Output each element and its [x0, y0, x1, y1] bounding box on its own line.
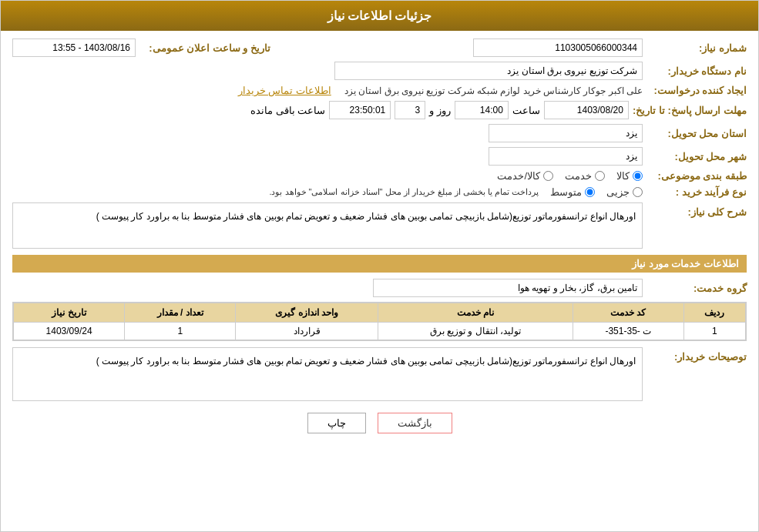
purchase-type-radio-group: جزیی متوسط: [550, 186, 643, 198]
category-radio-kala-label: کالا: [616, 170, 630, 182]
service-info-section: اطلاعات خدمات مورد نیاز: [12, 255, 747, 273]
need-number-input[interactable]: [473, 38, 643, 57]
announce-label: تاریخ و ساعت اعلان عمومی:: [139, 42, 270, 54]
purchase-type-jozii-label: جزیی: [606, 186, 630, 198]
purchase-type-motevasset[interactable]: متوسط: [550, 186, 595, 198]
city-input[interactable]: [489, 147, 643, 166]
button-row: بازگشت چاپ: [12, 413, 747, 441]
province-label: استان محل تحویل:: [646, 128, 747, 139]
send-deadline-days-input[interactable]: [395, 101, 425, 119]
category-radio-khedmat[interactable]: خدمت: [565, 170, 605, 182]
service-group-input[interactable]: [373, 279, 643, 297]
buyer-desc-label: توصیحات خریدار:: [646, 351, 747, 363]
col-name: نام خدمت: [378, 303, 573, 323]
col-code: کد خدمت: [573, 303, 684, 323]
cell-date: 1403/09/24: [14, 323, 125, 340]
cell-unit: قرارداد: [236, 323, 378, 340]
service-table: ردیف کد خدمت نام خدمت واحد اندازه گیری ت…: [13, 303, 746, 340]
category-radio-khedmat-label: خدمت: [565, 170, 592, 182]
creator-link[interactable]: اطلاعات تماس خریدار: [238, 85, 331, 96]
send-deadline-label: مهلت ارسال پاسخ: تا تاریخ:: [633, 105, 747, 116]
service-table-container: ردیف کد خدمت نام خدمت واحد اندازه گیری ت…: [12, 302, 747, 341]
cell-code: ت -35-351-: [573, 323, 684, 340]
col-row: ردیف: [683, 303, 745, 323]
col-qty: تعداد / مقدار: [125, 303, 236, 323]
cell-row: 1: [683, 323, 745, 340]
service-info-label: اطلاعات خدمات مورد نیاز: [632, 258, 739, 269]
col-date: تاریخ نیاز: [14, 303, 125, 323]
general-desc-text: اورهال انواع ترانسفورماتور توزیع(شامل با…: [96, 211, 636, 222]
cell-qty: 1: [125, 323, 236, 340]
buyer-desc-box: اورهال انواع ترانسفورماتور توزیع(شامل با…: [12, 347, 643, 401]
send-deadline-date-input[interactable]: [544, 101, 629, 119]
cell-name: تولید، انتقال و توزیع برق: [378, 323, 573, 340]
print-button[interactable]: چاپ: [307, 413, 366, 433]
city-label: شهر محل تحویل:: [646, 151, 747, 162]
purchase-type-label: نوع فرآیند خرید :: [646, 186, 747, 198]
category-radio-kala-khedmat-label: کالا/خدمت: [497, 170, 540, 182]
buyer-org-input[interactable]: [334, 62, 643, 80]
category-radio-kala-khedmat[interactable]: کالا/خدمت: [497, 170, 553, 182]
send-deadline-time-label: ساعت: [512, 105, 540, 116]
buyer-org-label: نام دستگاه خریدار:: [646, 65, 747, 77]
send-deadline-remaining-input[interactable]: [329, 101, 391, 119]
creator-value: علی اکبر جوکار کارشناس خرید لوازم شبکه ش…: [344, 85, 643, 96]
announce-input[interactable]: [12, 38, 136, 57]
send-deadline-time-input[interactable]: [455, 101, 509, 119]
purchase-type-motevasset-label: متوسط: [550, 186, 582, 198]
general-desc-label: شرح کلی نیاز:: [646, 206, 747, 218]
general-desc-box: اورهال انواع ترانسفورماتور توزیع(شامل با…: [12, 202, 643, 249]
category-radio-kala[interactable]: کالا: [616, 170, 643, 182]
category-radio-group: کالا خدمت کالا/خدمت: [497, 170, 643, 182]
table-row: 1 ت -35-351- تولید، انتقال و توزیع برق ق…: [14, 323, 746, 340]
need-number-label: شماره نیاز:: [646, 42, 747, 54]
creator-label: ایجاد کننده درخواست:: [646, 85, 747, 96]
page-header: جزئیات اطلاعات نیاز: [1, 1, 758, 31]
service-group-label: گروه خدمت:: [646, 283, 747, 294]
col-unit: واحد اندازه گیری: [236, 303, 378, 323]
buyer-desc-text: اورهال انواع ترانسفورماتور توزیع(شامل با…: [96, 356, 636, 366]
send-deadline-day-label: روز و: [429, 105, 451, 116]
page-title: جزئیات اطلاعات نیاز: [327, 9, 432, 22]
back-button[interactable]: بازگشت: [378, 413, 452, 433]
category-label: طبقه بندی موضوعی:: [646, 170, 747, 182]
province-input[interactable]: [489, 124, 643, 142]
send-deadline-remaining-label: ساعت باقی مانده: [250, 105, 325, 116]
purchase-type-note: پرداخت تمام یا بخشی از مبلغ خریدار از مح…: [269, 187, 539, 197]
purchase-type-jozii[interactable]: جزیی: [606, 186, 643, 198]
